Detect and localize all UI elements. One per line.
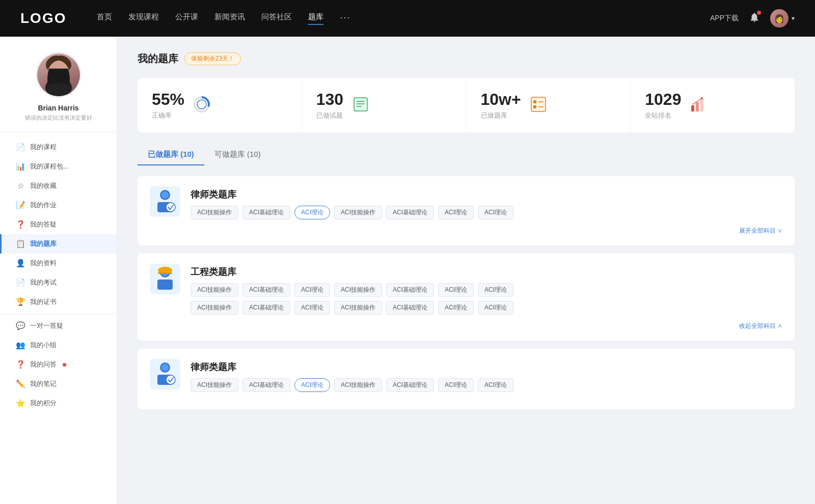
- tag-item[interactable]: ACI技能操作: [334, 301, 382, 315]
- profile-icon: 👤: [16, 259, 25, 268]
- qbank-engineer-icon: [150, 264, 180, 294]
- tag-item[interactable]: ACI技能操作: [334, 283, 382, 297]
- tags-row-engineer-1: ACI技能操作 ACI基础理论 ACI理论 ACI技能操作 ACI基础理论 AC…: [191, 283, 513, 297]
- qbank-header-engineer: 工程类题库 ACI技能操作 ACI基础理论 ACI理论 ACI技能操作 ACI基…: [150, 264, 782, 315]
- sidebar-item-favorites[interactable]: ☆ 我的收藏: [0, 176, 117, 195]
- qbank-card-engineer: 工程类题库 ACI技能操作 ACI基础理论 ACI理论 ACI技能操作 ACI基…: [138, 254, 795, 341]
- tag-item[interactable]: ACI技能操作: [334, 206, 382, 219]
- stat-rank-label: 全站排名: [645, 111, 681, 120]
- tag-item[interactable]: ACI理论: [478, 301, 513, 315]
- sidebar-item-profile[interactable]: 👤 我的资料: [0, 254, 117, 273]
- collapse-link-engineer[interactable]: 收起全部科目 ∧: [150, 322, 782, 330]
- sidebar-item-exam[interactable]: 📄 我的考试: [0, 273, 117, 292]
- svg-point-31: [166, 375, 175, 384]
- tag-item[interactable]: ACI基础理论: [386, 283, 434, 297]
- svg-rect-27: [157, 279, 173, 290]
- homework-icon: 📝: [16, 201, 25, 210]
- group-icon: 👥: [16, 341, 25, 350]
- sidebar-item-course-package[interactable]: 📊 我的课程包...: [0, 157, 117, 176]
- tab-available[interactable]: 可做题库 (10): [204, 145, 271, 165]
- svg-rect-16: [700, 99, 703, 111]
- main-content: 我的题库 体验剩余23天！ 55% 正确率: [117, 37, 815, 504]
- nav-home[interactable]: 首页: [97, 12, 112, 25]
- tag-item[interactable]: ACI理论: [478, 378, 513, 392]
- tab-done[interactable]: 已做题库 (10): [138, 145, 204, 165]
- svg-rect-14: [691, 105, 694, 111]
- stat-accuracy-label: 正确率: [152, 111, 184, 120]
- sidebar-item-my-qa[interactable]: ❓ 我的问答: [0, 355, 117, 374]
- sidebar-item-questions[interactable]: ❓ 我的答疑: [0, 215, 117, 234]
- notification-bell[interactable]: [749, 12, 760, 25]
- nav-discover[interactable]: 发现课程: [128, 12, 159, 25]
- tag-item[interactable]: ACI理论: [438, 301, 474, 315]
- expand-link-lawyer-1[interactable]: 展开全部科目 ∨: [150, 227, 782, 235]
- nav-more[interactable]: ···: [340, 12, 350, 25]
- tag-item[interactable]: ACI基础理论: [242, 301, 290, 315]
- sidebar-label-exam: 我的考试: [30, 278, 57, 287]
- sidebar-item-points[interactable]: ⭐ 我的积分: [0, 394, 117, 413]
- sidebar-item-cert[interactable]: 🏆 我的证书: [0, 292, 117, 312]
- points-icon: ⭐: [16, 399, 25, 408]
- tag-item[interactable]: ACI技能操作: [191, 378, 238, 392]
- tag-item[interactable]: ACI理论: [438, 283, 474, 297]
- tab-row: 已做题库 (10) 可做题库 (10): [138, 145, 795, 166]
- tag-item[interactable]: ACI基础理论: [386, 378, 434, 392]
- nav-news[interactable]: 新闻资讯: [214, 12, 245, 25]
- tag-item[interactable]: ACI理论: [478, 206, 513, 219]
- sidebar: Brian Harris 错误的决定比没有决定要好 📄 我的课程 📊 我的课程包…: [0, 37, 117, 504]
- nav-links: 首页 发现课程 公开课 新闻资讯 问答社区 题库 ···: [97, 12, 710, 25]
- sidebar-item-group[interactable]: 👥 我的小组: [0, 335, 117, 355]
- tag-item-active[interactable]: ACI理论: [294, 378, 330, 392]
- sidebar-item-notes[interactable]: ✏️ 我的笔记: [0, 374, 117, 394]
- stat-bar-icon: [689, 95, 708, 116]
- logo[interactable]: LOGO: [20, 10, 66, 26]
- sidebar-item-homework[interactable]: 📝 我的作业: [0, 195, 117, 215]
- app-download-button[interactable]: APP下载: [710, 14, 739, 23]
- tag-item[interactable]: ACI技能操作: [191, 283, 238, 297]
- tags-row-lawyer-1: ACI技能操作 ACI基础理论 ACI理论 ACI技能操作 ACI基础理论 AC…: [191, 206, 513, 219]
- sidebar-item-my-course[interactable]: 📄 我的课程: [0, 137, 117, 157]
- stat-list-icon: [529, 95, 548, 116]
- nav-public[interactable]: 公开课: [175, 12, 198, 25]
- svg-rect-15: [696, 102, 699, 111]
- avatar-dropdown-arrow: ▾: [792, 15, 795, 22]
- nav-qbank[interactable]: 题库: [308, 12, 323, 25]
- tag-item[interactable]: ACI理论: [438, 206, 474, 219]
- stat-accuracy-icon: [193, 95, 211, 116]
- tag-item[interactable]: ACI基础理论: [242, 378, 290, 392]
- tag-item[interactable]: ACI基础理论: [386, 206, 434, 219]
- sidebar-label-favorites: 我的收藏: [30, 181, 57, 190]
- questions-icon: ❓: [16, 220, 25, 229]
- tag-item[interactable]: ACI理论: [438, 378, 474, 392]
- stat-done-text: 130 已做试题: [316, 90, 343, 120]
- nav-qa[interactable]: 问答社区: [261, 12, 292, 25]
- tag-item[interactable]: ACI技能操作: [191, 301, 238, 315]
- stat-accuracy-text: 55% 正确率: [152, 90, 184, 120]
- page-title: 我的题库: [138, 52, 178, 66]
- sidebar-item-qbank[interactable]: 📋 我的题库: [0, 234, 117, 254]
- qbank-header-lawyer-1: 律师类题库 ACI技能操作 ACI基础理论 ACI理论 ACI技能操作 ACI基…: [150, 186, 782, 219]
- tag-item[interactable]: ACI理论: [294, 283, 330, 297]
- tag-item[interactable]: ACI基础理论: [242, 206, 290, 219]
- stat-done-banks: 10w+ 已做题库: [467, 78, 631, 132]
- trial-badge: 体验剩余23天！: [184, 52, 241, 65]
- svg-point-17: [701, 97, 703, 99]
- tag-item[interactable]: ACI技能操作: [191, 206, 238, 219]
- tag-item[interactable]: ACI技能操作: [334, 378, 382, 392]
- bell-badge: [757, 11, 761, 15]
- tag-item-active[interactable]: ACI理论: [294, 206, 330, 219]
- profile-name: Brian Harris: [10, 104, 106, 112]
- user-avatar-wrap[interactable]: 👩 ▾: [770, 9, 795, 27]
- course-package-icon: 📊: [16, 162, 25, 171]
- tag-item[interactable]: ACI基础理论: [386, 301, 434, 315]
- sidebar-label-notes: 我的笔记: [30, 379, 57, 388]
- tag-item[interactable]: ACI理论: [294, 301, 330, 315]
- stat-banks-value: 10w+: [481, 90, 521, 109]
- sidebar-item-one-on-one[interactable]: 💬 一对一答疑: [0, 316, 117, 335]
- navbar-right: APP下载 👩 ▾: [710, 9, 795, 27]
- tag-item[interactable]: ACI基础理论: [242, 283, 290, 297]
- svg-point-30: [161, 364, 169, 371]
- sidebar-label-cert: 我的证书: [30, 297, 57, 306]
- qbank-lawyer-icon-1: [150, 186, 180, 217]
- tag-item[interactable]: ACI理论: [478, 283, 513, 297]
